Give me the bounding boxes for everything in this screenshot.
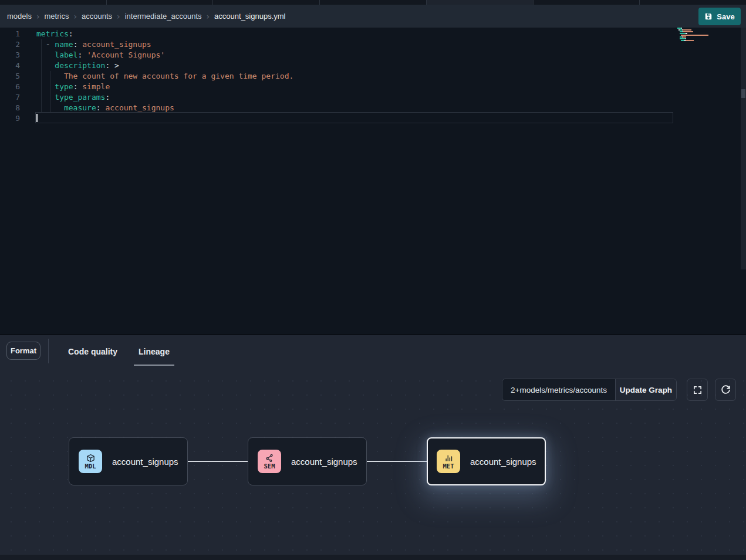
line-number: 9	[0, 113, 26, 124]
fullscreen-icon	[693, 385, 703, 395]
node-label: account_signups	[470, 457, 536, 467]
lineage-node-mdl[interactable]: MDLaccount_signups	[69, 437, 188, 485]
tab-code-quality[interactable]: Code quality	[58, 335, 128, 367]
breadcrumb-item[interactable]: accounts	[82, 12, 112, 21]
code-line: - name: account_signups	[36, 39, 293, 50]
save-label: Save	[717, 12, 734, 21]
scrollbar-handle[interactable]	[741, 89, 745, 98]
lineage-node-sem[interactable]: SEMaccount_signups	[248, 437, 367, 485]
code-line: description: >	[36, 60, 293, 71]
tab-lineage[interactable]: Lineage	[128, 335, 180, 367]
line-number: 5	[0, 71, 26, 82]
panel-tabs: Code qualityLineage	[58, 335, 180, 367]
node-selector-input[interactable]	[502, 379, 615, 400]
node-badge-mdl: MDL	[79, 450, 102, 473]
chevron-right-icon: ›	[207, 12, 210, 21]
node-selector-group: Update Graph	[502, 379, 677, 401]
lineage-graph-canvas[interactable]: Update Graph MDLaccount_signupsSEMaccoun…	[0, 369, 746, 555]
code-content: metrics: - name: account_signups label: …	[36, 29, 293, 124]
refresh-icon	[721, 385, 731, 395]
code-line: type_params:	[36, 92, 293, 103]
cube-icon	[86, 454, 95, 463]
line-number-gutter: 123456789	[0, 29, 26, 124]
breadcrumb-item[interactable]: intermediate_accounts	[125, 12, 202, 21]
divider	[48, 339, 49, 363]
update-graph-button[interactable]: Update Graph	[615, 379, 676, 400]
file-tab[interactable]	[0, 0, 107, 5]
badge-label: MDL	[85, 463, 96, 470]
lineage-edge	[367, 461, 427, 462]
code-line	[36, 113, 293, 124]
bottom-panel: Format Code qualityLineage Update Graph	[0, 335, 746, 560]
chevron-right-icon: ›	[36, 12, 40, 21]
node-label: account_signups	[291, 457, 357, 467]
line-number: 2	[0, 39, 26, 50]
code-line: measure: account_signups	[36, 103, 293, 113]
editor-scrollbar[interactable]	[741, 28, 746, 269]
badge-label: SEM	[264, 463, 275, 470]
badge-label: MET	[443, 463, 454, 470]
breadcrumb-item[interactable]: models	[7, 12, 32, 21]
line-number: 8	[0, 103, 26, 113]
file-tab[interactable]	[107, 0, 214, 5]
chevron-right-icon: ›	[117, 12, 120, 21]
node-label: account_signups	[112, 457, 178, 467]
node-badge-met: MET	[437, 450, 460, 473]
line-number: 7	[0, 92, 26, 103]
refresh-button[interactable]	[715, 379, 736, 401]
line-number: 1	[0, 29, 26, 39]
tab-label: Code quality	[68, 347, 117, 356]
fullscreen-button[interactable]	[687, 379, 708, 401]
breadcrumb-item[interactable]: metrics	[45, 12, 69, 21]
file-tab[interactable]	[534, 0, 640, 5]
code-line: type: simple	[36, 82, 293, 92]
line-number: 3	[0, 50, 26, 60]
save-button[interactable]: Save	[698, 8, 741, 25]
ide-window: models›metrics›accounts›intermediate_acc…	[0, 0, 746, 560]
breadcrumb-item[interactable]: account_signups.yml	[214, 12, 285, 21]
code-line: label: 'Account Signups'	[36, 50, 293, 60]
format-button[interactable]: Format	[6, 342, 40, 360]
chart-icon	[444, 454, 453, 463]
line-number: 6	[0, 82, 26, 92]
tab-label: Lineage	[139, 347, 170, 356]
save-icon	[704, 12, 713, 21]
code-line: metrics:	[36, 29, 293, 39]
lineage-edge	[188, 461, 248, 462]
file-tab[interactable]	[213, 0, 320, 5]
minimap[interactable]	[677, 28, 715, 43]
file-tab[interactable]	[320, 0, 427, 5]
chevron-right-icon: ›	[73, 12, 77, 21]
file-tab[interactable]	[640, 0, 746, 5]
code-line: The count of new accounts for a given ti…	[36, 71, 293, 82]
code-editor[interactable]: 123456789 metrics: - name: account_signu…	[0, 28, 746, 335]
file-tab[interactable]	[427, 0, 534, 5]
line-number: 4	[0, 60, 26, 71]
breadcrumb-bar: models›metrics›accounts›intermediate_acc…	[0, 5, 746, 28]
network-icon	[265, 454, 274, 463]
graph-footer-strip	[0, 555, 746, 560]
file-tab-strip	[0, 0, 746, 5]
lineage-node-met[interactable]: METaccount_signups	[427, 437, 546, 485]
breadcrumb: models›metrics›accounts›intermediate_acc…	[7, 12, 286, 21]
node-badge-sem: SEM	[258, 450, 281, 473]
